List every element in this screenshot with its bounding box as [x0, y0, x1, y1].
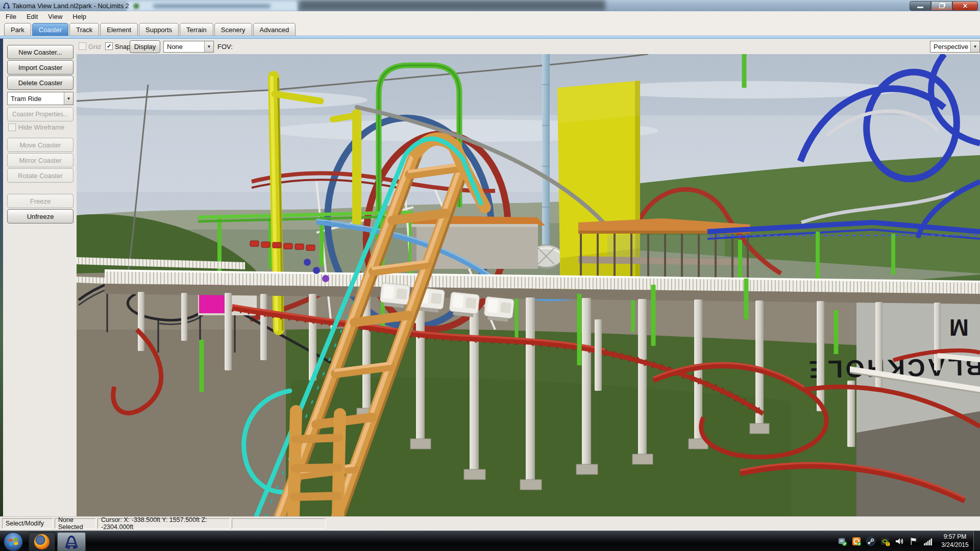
display-button[interactable]: Display — [130, 40, 160, 53]
mirror-coaster-button: Mirror Coaster — [7, 153, 74, 167]
volume-icon[interactable] — [894, 536, 904, 546]
tab-advanced[interactable]: Advanced — [253, 23, 296, 36]
window-controls: ✕ — [910, 1, 978, 11]
chevron-down-icon: ▼ — [204, 41, 213, 52]
viewport-3d[interactable]: M BLACKHOLE — [77, 54, 980, 516]
show-desktop-button[interactable] — [973, 531, 980, 551]
screen: { "window": { "title": "Takoma View Land… — [0, 0, 980, 551]
restore-button[interactable] — [931, 1, 952, 11]
taskbar-clock[interactable]: 9:57 PM 3/24/2015 — [939, 533, 971, 549]
status-bar: Select/Modify None Selected Cursor: X: -… — [0, 516, 980, 531]
hide-wireframe-checkbox — [8, 123, 16, 131]
menu-bar: File Edit View Help — [0, 11, 980, 21]
menu-help[interactable]: Help — [68, 12, 91, 21]
grid-checkbox — [79, 42, 86, 50]
close-icon: ✕ — [963, 3, 968, 10]
menu-file[interactable]: File — [1, 12, 21, 21]
svg-text:M: M — [949, 314, 969, 341]
system-tray — [833, 531, 933, 551]
sync-check-icon[interactable] — [837, 536, 847, 546]
status-mode: Select/Modify — [2, 518, 53, 529]
background-tab-text-blur — [153, 4, 271, 8]
coaster-panel: New Coaster... Import Coaster Delete Coa… — [3, 39, 77, 516]
mode-tab-bar: Park Coaster Track Element Supports Terr… — [0, 21, 980, 36]
taskbar-nolimits2-button[interactable] — [57, 532, 86, 551]
network-flag-icon[interactable] — [909, 536, 919, 546]
nolimits2-coaster-icon — [64, 534, 79, 549]
viewport-toolbar: Grid ✓ Snap Display None ▼ FOV: Perspect… — [77, 39, 980, 54]
minimize-button[interactable] — [910, 1, 931, 11]
unfreeze-button[interactable]: Unfreeze — [7, 209, 74, 223]
snap-checkbox[interactable]: ✓ — [105, 42, 113, 50]
status-cursor-coordinates: Cursor: X: -338.500ft Y: 1557.500ft Z: -… — [97, 518, 230, 529]
hide-wireframe-label: Hide Wireframe — [18, 123, 64, 131]
taskbar-firefox-button[interactable] — [29, 532, 55, 551]
display-mode-dropdown[interactable]: None ▼ — [163, 41, 214, 53]
move-coaster-button: Move Coaster — [7, 138, 74, 152]
coaster-select-dropdown[interactable]: Tram Ride ▼ — [7, 92, 74, 105]
tab-element[interactable]: Element — [100, 23, 138, 36]
grid-label: Grid — [88, 43, 101, 51]
status-selection: None Selected — [55, 518, 96, 529]
fov-label: FOV: — [217, 43, 233, 51]
clock-time: 9:57 PM — [939, 533, 971, 541]
status-empty-cell — [232, 518, 326, 529]
camera-mode-dropdown[interactable]: Perspective ▼ — [930, 41, 980, 53]
signal-bars-icon[interactable] — [923, 536, 933, 546]
snap-label: Snap — [115, 43, 130, 51]
coaster-properties-button: Coaster Properties... — [7, 107, 74, 121]
orange-updater-icon[interactable] — [851, 536, 862, 546]
chevron-down-icon: ▼ — [64, 92, 73, 105]
rotate-coaster-button: Rotate Coaster — [7, 168, 74, 183]
tab-coaster[interactable]: Coaster — [32, 23, 69, 36]
tab-scenery[interactable]: Scenery — [214, 23, 252, 36]
close-button[interactable]: ✕ — [952, 1, 978, 11]
delete-coaster-button[interactable]: Delete Coaster — [7, 76, 74, 90]
park-scene: M BLACKHOLE — [77, 54, 980, 516]
tab-terrain[interactable]: Terrain — [180, 23, 213, 36]
nvidia-settings-icon[interactable] — [880, 536, 890, 546]
import-coaster-button[interactable]: Import Coaster — [7, 60, 74, 74]
tab-park[interactable]: Park — [4, 23, 31, 36]
restore-icon — [939, 4, 944, 8]
tab-track[interactable]: Track — [69, 23, 99, 36]
new-coaster-button[interactable]: New Coaster... — [7, 45, 74, 59]
clock-date: 3/24/2015 — [939, 541, 971, 549]
menu-view[interactable]: View — [43, 12, 67, 21]
background-window-blurred — [299, 0, 605, 11]
minimize-icon — [917, 7, 923, 8]
freeze-button: Freeze — [7, 194, 74, 208]
background-tab-favicon — [134, 4, 139, 9]
app-coaster-icon — [3, 2, 10, 9]
window-title: Takoma View Land.nl2park - NoLimits 2 — [12, 2, 129, 10]
title-bar: Takoma View Land.nl2park - NoLimits 2 ✕ — [0, 0, 980, 12]
chevron-down-icon: ▼ — [970, 41, 979, 52]
menu-edit[interactable]: Edit — [22, 12, 42, 21]
firefox-icon — [34, 534, 50, 549]
windows-logo-icon — [9, 538, 18, 546]
tab-supports[interactable]: Supports — [139, 23, 179, 36]
steam-icon[interactable] — [866, 536, 876, 546]
start-button[interactable] — [4, 532, 23, 551]
taskbar: 9:57 PM 3/24/2015 — [0, 531, 980, 551]
